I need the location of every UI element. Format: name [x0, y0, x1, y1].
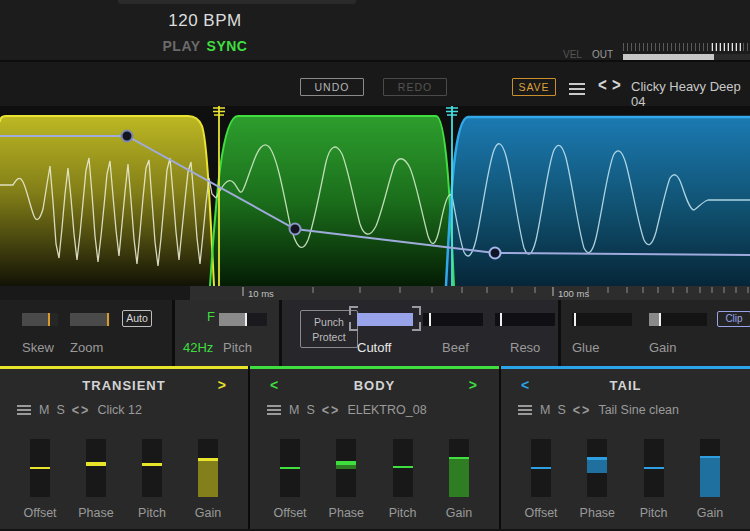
- body-prev-sample-icon[interactable]: <: [322, 402, 329, 418]
- tail-phase-label: Phase: [580, 506, 615, 520]
- transient-pitch-label: Pitch: [138, 506, 166, 520]
- body-region[interactable]: [210, 116, 454, 286]
- tail-next-sample-icon[interactable]: >: [582, 402, 589, 418]
- transient-phase-label: Phase: [78, 506, 113, 520]
- reso-slider[interactable]: [495, 313, 555, 326]
- transient-offset-slider[interactable]: [30, 439, 50, 497]
- tail-pitch-slider[interactable]: [644, 439, 664, 497]
- beef-slider[interactable]: [423, 313, 483, 326]
- beef-label: Beef: [442, 340, 469, 355]
- gain-slider[interactable]: [649, 313, 707, 326]
- sync-button[interactable]: SYNC: [207, 38, 248, 54]
- layer-panels: TRANSIENT > M S < > Click 12 Offset Phas…: [0, 366, 750, 529]
- bpm-display: 120 BPM: [160, 11, 250, 31]
- ruler-100ms-label: 100 ms: [558, 288, 589, 299]
- tail-phase-slider[interactable]: [587, 439, 607, 497]
- body-gain-slider[interactable]: [449, 439, 469, 497]
- body-sample-name[interactable]: ELEKTRO_08: [347, 403, 426, 417]
- transient-next-sample-icon[interactable]: >: [81, 402, 88, 418]
- tail-solo-button[interactable]: S: [557, 403, 565, 417]
- cutoff-slider[interactable]: [357, 313, 413, 326]
- glue-label: Glue: [572, 340, 599, 355]
- body-menu-icon[interactable]: [267, 403, 281, 417]
- body-solo-button[interactable]: S: [306, 403, 314, 417]
- skew-label: Skew: [22, 340, 54, 355]
- reso-label: Reso: [510, 340, 540, 355]
- envelope-node-2[interactable]: [290, 224, 301, 235]
- tail-offset-label: Offset: [524, 506, 557, 520]
- zoom-label: Zoom: [70, 340, 103, 355]
- transient-pitch-slider[interactable]: [142, 439, 162, 497]
- body-next-sample-icon[interactable]: >: [331, 402, 338, 418]
- body-offset-slider[interactable]: [280, 439, 300, 497]
- gain-label: Gain: [649, 340, 676, 355]
- skew-slider[interactable]: [22, 313, 58, 326]
- tail-gain-label: Gain: [697, 506, 723, 520]
- transient-mute-button[interactable]: M: [39, 403, 49, 417]
- play-button[interactable]: PLAY: [163, 38, 201, 54]
- toolbar: UNDO REDO SAVE < > Clicky Heavy Deep 04: [0, 62, 750, 106]
- transient-phase-slider[interactable]: [86, 439, 106, 497]
- filter-group: PunchProtect Cutoff Beef Reso: [282, 300, 558, 366]
- global-controls-row: Auto Skew Zoom F 42Hz Pitch PunchProtect: [0, 300, 750, 366]
- ruler-10ms-label: 10 ms: [248, 288, 274, 299]
- body-phase-slider[interactable]: [336, 439, 356, 497]
- tail-sample-name[interactable]: Tail Sine clean: [598, 403, 679, 417]
- body-pitch-slider[interactable]: [393, 439, 413, 497]
- pitch-group: F 42Hz Pitch: [175, 300, 279, 366]
- tail-prev-sample-icon[interactable]: <: [573, 402, 580, 418]
- envelope-node-3[interactable]: [490, 248, 501, 259]
- body-mute-button[interactable]: M: [289, 403, 299, 417]
- preset-name[interactable]: Clicky Heavy Deep 04: [631, 79, 750, 109]
- envelope-node-1[interactable]: [122, 131, 133, 142]
- transient-next-arrow[interactable]: >: [218, 377, 226, 393]
- transient-prev-sample-icon[interactable]: <: [72, 402, 79, 418]
- body-panel: < BODY > M S < > ELEKTRO_08 Offset: [250, 366, 499, 529]
- clip-button[interactable]: Clip: [717, 311, 750, 327]
- body-prev-arrow[interactable]: <: [270, 377, 278, 393]
- pitch-slider[interactable]: [219, 313, 267, 326]
- cutoff-label: Cutoff: [357, 340, 391, 355]
- waveform-display[interactable]: 10 ms 100 ms: [0, 106, 750, 300]
- preset-menu-icon[interactable]: [569, 80, 585, 98]
- transient-gain-slider[interactable]: [198, 439, 218, 497]
- view-controls-group: Auto Skew Zoom: [0, 300, 172, 366]
- tail-panel: < TAIL M S < > Tail Sine clean Offset: [501, 366, 750, 529]
- undo-button[interactable]: UNDO: [300, 78, 364, 96]
- tail-menu-icon[interactable]: [518, 403, 532, 417]
- output-level-slider[interactable]: [623, 54, 750, 60]
- transient-sample-name[interactable]: Click 12: [97, 403, 141, 417]
- transient-menu-icon[interactable]: [17, 403, 31, 417]
- tail-mute-button[interactable]: M: [540, 403, 550, 417]
- tail-title: TAIL: [610, 378, 642, 393]
- next-preset-icon[interactable]: >: [612, 74, 621, 95]
- body-phase-label: Phase: [329, 506, 364, 520]
- transient-region[interactable]: [0, 116, 214, 286]
- body-pitch-label: Pitch: [389, 506, 417, 520]
- zoom-slider[interactable]: [70, 313, 110, 326]
- transient-solo-button[interactable]: S: [56, 403, 64, 417]
- redo-button[interactable]: REDO: [383, 78, 447, 96]
- drum-synth-window: 120 BPM PLAYSYNC VEL OUT UNDO REDO SAVE …: [0, 0, 750, 531]
- output-meter[interactable]: [623, 43, 750, 60]
- body-title: BODY: [354, 378, 396, 393]
- output-meter-ticks: [623, 43, 750, 51]
- save-button[interactable]: SAVE: [512, 78, 556, 96]
- body-gain-label: Gain: [446, 506, 472, 520]
- auto-zoom-button[interactable]: Auto: [122, 310, 152, 327]
- tail-gain-slider[interactable]: [700, 439, 720, 497]
- body-next-arrow[interactable]: >: [469, 377, 477, 393]
- vel-label: VEL: [563, 49, 582, 60]
- transient-title: TRANSIENT: [82, 378, 165, 393]
- host-tab: [118, 0, 356, 4]
- tail-prev-arrow[interactable]: <: [521, 377, 529, 393]
- prev-preset-icon[interactable]: <: [598, 74, 607, 95]
- frequency-readout: 42Hz: [183, 340, 213, 355]
- transient-gain-label: Gain: [195, 506, 221, 520]
- tail-pitch-label: Pitch: [640, 506, 668, 520]
- tail-offset-slider[interactable]: [531, 439, 551, 497]
- pitch-label: Pitch: [223, 340, 252, 355]
- out-label: OUT: [592, 49, 613, 60]
- glue-slider[interactable]: [572, 313, 632, 326]
- note-readout: F: [207, 309, 215, 324]
